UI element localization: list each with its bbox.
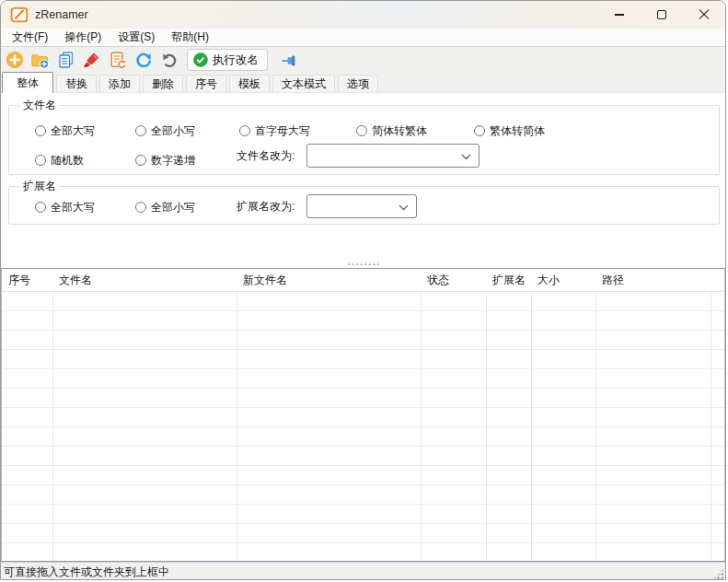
tab-number[interactable]: 序号	[186, 75, 226, 92]
radio-label: 全部大写	[51, 200, 95, 215]
column-header-filename[interactable]: 文件名	[52, 269, 237, 292]
copy-names-icon	[57, 51, 75, 69]
copy-names-button[interactable]	[56, 51, 75, 70]
pencil-box-icon	[10, 6, 29, 24]
maximize-icon	[657, 10, 666, 19]
close-icon	[699, 9, 710, 20]
radio-extension-uppercase[interactable]: 全部大写	[35, 201, 95, 214]
radio-circle-icon	[135, 155, 146, 166]
table-header: 序号 文件名 新文件名 状态 扩展名 大小 路径	[2, 269, 724, 292]
extension-group-title: 扩展名	[19, 180, 60, 192]
column-divider[interactable]	[711, 269, 711, 561]
radio-circle-icon	[474, 125, 485, 136]
menu-help[interactable]: 帮助(H)	[163, 29, 217, 46]
radio-label: 简体转繁体	[372, 123, 427, 139]
status-text: 可直接拖入文件或文件夹到上框中	[4, 565, 169, 580]
execute-rename-button[interactable]: 执行改名	[187, 49, 268, 71]
minimize-button[interactable]	[598, 1, 641, 29]
file-list-table: 序号 文件名 新文件名 状态 扩展名 大小 路径	[1, 268, 725, 562]
column-divider[interactable]	[237, 269, 237, 561]
add-files-icon	[6, 51, 24, 69]
add-folder-icon	[30, 51, 50, 70]
titlebar[interactable]: zRenamer	[1, 1, 725, 29]
column-divider[interactable]	[52, 269, 53, 561]
column-header-new-filename[interactable]: 新文件名	[237, 269, 421, 292]
radio-label: 全部大写	[51, 123, 95, 139]
clear-list-button[interactable]	[82, 51, 101, 70]
refresh-names-button[interactable]	[108, 51, 127, 70]
column-divider[interactable]	[595, 269, 596, 561]
tab-options[interactable]: 选项	[338, 75, 378, 92]
tab-whole[interactable]: 整体	[2, 72, 53, 93]
radio-filename-capitalize[interactable]: 首字母大写	[239, 124, 310, 137]
tab-replace[interactable]: 替换	[56, 75, 97, 92]
column-divider[interactable]	[421, 269, 422, 561]
menu-operate[interactable]: 操作(P)	[56, 29, 110, 46]
statusbar: 可直接拖入文件或文件夹到上框中	[1, 562, 725, 580]
radio-simplified-to-traditional[interactable]: 简体转繁体	[356, 124, 427, 137]
radio-circle-icon	[135, 125, 146, 136]
radio-circle-icon	[35, 125, 46, 136]
add-folder-button[interactable]	[30, 51, 50, 70]
pin-button[interactable]	[280, 51, 299, 70]
window-title: zRenamer	[35, 8, 88, 21]
maximize-button[interactable]	[641, 1, 683, 29]
toolbar: 执行改名	[1, 46, 725, 73]
filename-change-label: 文件名改为:	[237, 144, 295, 168]
column-header-status[interactable]: 状态	[421, 269, 486, 292]
extension-change-label: 扩展名改为:	[237, 194, 295, 218]
radio-filename-lowercase[interactable]: 全部小写	[135, 124, 195, 137]
pin-icon	[281, 52, 298, 69]
radio-circle-icon	[239, 125, 250, 136]
undo-button[interactable]	[159, 51, 179, 70]
radio-random-number[interactable]: 随机数	[35, 154, 84, 167]
radio-traditional-to-simplified[interactable]: 繁体转简体	[474, 124, 545, 137]
execute-rename-label: 执行改名	[213, 52, 259, 68]
column-divider[interactable]	[486, 269, 487, 561]
tab-add[interactable]: 添加	[99, 75, 140, 92]
column-header-index[interactable]: 序号	[2, 269, 52, 292]
tab-text-mode[interactable]: 文本模式	[272, 75, 335, 92]
table-body-empty[interactable]	[2, 292, 724, 561]
radio-circle-icon	[35, 155, 46, 166]
column-divider[interactable]	[531, 269, 532, 561]
tab-delete[interactable]: 删除	[143, 75, 183, 92]
filename-change-combobox[interactable]	[306, 144, 480, 168]
filename-group-title: 文件名	[19, 99, 60, 111]
filename-groupbox: 文件名 全部大写 全部小写 首字母大写 简体转繁体 繁体转简体	[8, 105, 720, 175]
radio-filename-uppercase[interactable]: 全部大写	[35, 124, 95, 137]
menu-file[interactable]: 文件(F)	[4, 29, 56, 46]
menu-settings[interactable]: 设置(S)	[110, 29, 163, 46]
reload-button[interactable]	[133, 51, 153, 70]
radio-label: 首字母大写	[255, 123, 310, 139]
tab-template[interactable]: 模板	[229, 75, 270, 92]
add-files-button[interactable]	[5, 51, 24, 70]
column-header-extension[interactable]: 扩展名	[486, 269, 531, 292]
radio-label: 数字递增	[151, 153, 195, 169]
radio-extension-lowercase[interactable]: 全部小写	[135, 201, 195, 214]
radio-circle-icon	[35, 202, 46, 213]
undo-icon	[160, 51, 179, 69]
chevron-down-icon	[461, 154, 471, 160]
tabstrip: 整体 替换 添加 删除 序号 模板 文本模式 选项	[1, 73, 725, 93]
radio-label: 繁体转简体	[490, 123, 545, 139]
radio-circle-icon	[356, 125, 367, 136]
column-header-path[interactable]: 路径	[595, 269, 711, 292]
column-header-size[interactable]: 大小	[531, 269, 595, 292]
resize-grip-icon[interactable]	[712, 568, 724, 580]
reload-icon	[134, 51, 153, 69]
chevron-down-icon	[399, 204, 409, 211]
refresh-names-icon	[109, 51, 127, 69]
tab-panel-whole: 文件名 全部大写 全部小写 首字母大写 简体转繁体 繁体转简体	[1, 93, 725, 268]
radio-number-increment[interactable]: 数字递增	[135, 154, 195, 167]
extension-groupbox: 扩展名 全部大写 全部小写 扩展名改为:	[8, 186, 720, 225]
column-header-spacer	[711, 269, 724, 292]
splitter-grip[interactable]	[347, 262, 380, 265]
check-circle-icon	[193, 52, 208, 67]
extension-change-combobox[interactable]	[306, 194, 417, 218]
minimize-icon	[615, 14, 624, 15]
close-button[interactable]	[683, 1, 725, 29]
radio-label: 全部小写	[151, 123, 195, 139]
menubar: 文件(F) 操作(P) 设置(S) 帮助(H)	[1, 29, 725, 46]
radio-label: 随机数	[51, 153, 84, 169]
